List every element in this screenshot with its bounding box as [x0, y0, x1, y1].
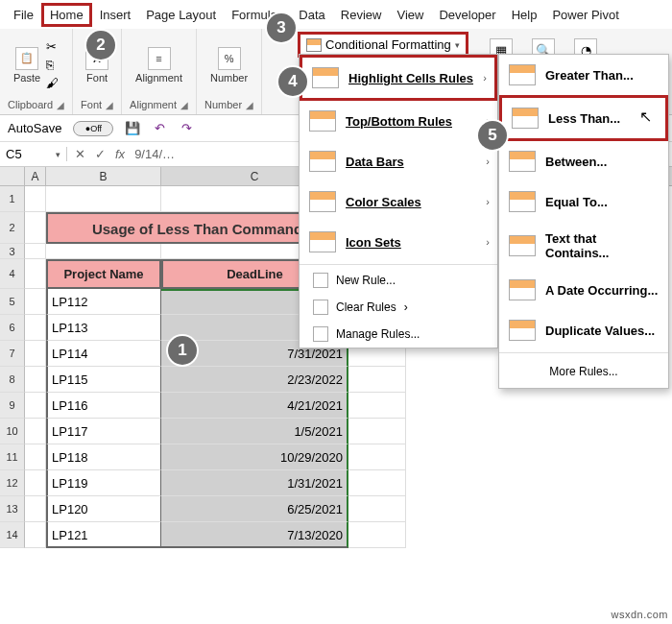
row-header[interactable]: 10 [0, 419, 25, 444]
tab-developer[interactable]: Developer [431, 4, 503, 26]
menu-date-occurring[interactable]: A Date Occurring... [499, 270, 668, 310]
cell-deadline[interactable]: 1/31/2021 [161, 470, 348, 496]
row-header[interactable]: 3 [0, 244, 25, 259]
redo-icon[interactable]: ↷ [179, 121, 194, 136]
save-icon[interactable]: 💾 [125, 121, 140, 136]
menu-equal-to[interactable]: Equal To... [499, 181, 668, 222]
cell-deadline[interactable]: 10/29/2020 [161, 444, 348, 470]
cancel-icon[interactable]: ✕ [75, 147, 85, 161]
tab-insert[interactable]: Insert [92, 4, 139, 26]
menu-color-scales[interactable]: Color Scales› [300, 181, 497, 222]
formula-input[interactable]: 9/14/… [134, 147, 175, 161]
cell-project-name[interactable]: LP117 [46, 419, 161, 444]
date-occurring-icon [509, 279, 536, 300]
header-project-name[interactable]: Project Name [46, 259, 161, 289]
cell-deadline[interactable]: 7/13/2020 [161, 522, 348, 548]
row-header[interactable]: 4 [0, 259, 25, 289]
group-number: %Number Number◢ [197, 29, 262, 114]
cell-deadline[interactable]: 4/21/2021 [161, 393, 348, 419]
cut-icon[interactable]: ✂ [46, 39, 59, 54]
less-than-icon [512, 108, 539, 129]
row-header[interactable]: 8 [0, 367, 25, 393]
alignment-icon: ≡ [148, 47, 171, 70]
tab-help[interactable]: Help [504, 4, 545, 26]
cell-project-name[interactable]: LP114 [46, 341, 161, 367]
row-header[interactable]: 12 [0, 470, 25, 496]
fx-icon[interactable]: fx [115, 147, 125, 161]
enter-icon[interactable]: ✓ [95, 147, 106, 161]
chevron-down-icon: ▾ [56, 150, 60, 159]
row-header[interactable]: 5 [0, 289, 25, 315]
menu-less-than[interactable]: Less Than... ↖ [499, 95, 668, 141]
menu-data-bars[interactable]: Data Bars› [300, 141, 497, 181]
new-rule-icon [313, 273, 328, 288]
menu-manage-rules[interactable]: Manage Rules... [300, 321, 497, 348]
tab-view[interactable]: View [389, 4, 431, 26]
cell-project-name[interactable]: LP112 [46, 289, 161, 315]
menu-duplicate-values[interactable]: Duplicate Values... [499, 310, 668, 350]
alignment-dialog-launcher[interactable]: ◢ [180, 100, 188, 110]
tab-file[interactable]: File [6, 4, 41, 26]
menu-top-bottom-rules[interactable]: Top/Bottom Rules› [300, 101, 497, 141]
menu-between[interactable]: Between... [499, 141, 668, 181]
cell-deadline[interactable]: 6/25/2021 [161, 496, 348, 522]
paste-button[interactable]: 📋 Paste [13, 47, 40, 84]
group-alignment: ≡Alignment Alignment◢ [122, 29, 197, 114]
format-painter-icon[interactable]: 🖌 [46, 76, 59, 90]
tab-data[interactable]: Data [291, 4, 332, 26]
menu-icon-sets[interactable]: Icon Sets› [300, 222, 497, 262]
between-icon [509, 151, 536, 172]
cell-project-name[interactable]: LP113 [46, 315, 161, 341]
alignment-button[interactable]: ≡Alignment [135, 47, 182, 84]
cell-project-name[interactable]: LP118 [46, 444, 161, 470]
callout-5: 5 [478, 121, 507, 150]
tab-page-layout[interactable]: Page Layout [138, 4, 224, 26]
cell-project-name[interactable]: LP121 [46, 522, 161, 548]
name-box[interactable]: C5▾ [0, 147, 67, 161]
menu-more-rules[interactable]: More Rules... [499, 355, 668, 388]
undo-icon[interactable]: ↶ [152, 121, 167, 136]
row-header[interactable]: 2 [0, 212, 25, 244]
row-header[interactable]: 6 [0, 315, 25, 341]
tab-review[interactable]: Review [333, 4, 390, 26]
cell-deadline[interactable]: 1/5/2021 [161, 419, 348, 444]
copy-icon[interactable]: ⎘ [46, 58, 59, 72]
cell-project-name[interactable]: LP116 [46, 393, 161, 419]
conditional-formatting-icon [306, 38, 322, 52]
autosave-toggle[interactable]: ● Off [73, 121, 113, 136]
menu-text-contains[interactable]: Text that Contains... [499, 222, 668, 270]
col-header-b[interactable]: B [46, 167, 161, 185]
row-header[interactable]: 11 [0, 444, 25, 470]
cursor-icon: ↖ [639, 108, 652, 126]
tab-home[interactable]: Home [41, 3, 92, 27]
clipboard-dialog-launcher[interactable]: ◢ [57, 100, 64, 110]
cell-deadline[interactable]: 2/23/2022 [161, 367, 348, 393]
greater-than-icon [509, 64, 536, 85]
cell-project-name[interactable]: LP120 [46, 496, 161, 522]
ribbon-tabs: File Home Insert Page Layout Formulas Da… [0, 0, 672, 29]
menu-clear-rules[interactable]: Clear Rules› [300, 294, 497, 321]
number-dialog-launcher[interactable]: ◢ [246, 100, 253, 110]
group-clipboard: 📋 Paste ✂ ⎘ 🖌 Clipboard◢ [0, 29, 73, 114]
highlight-cells-icon [312, 67, 339, 88]
row-header[interactable]: 9 [0, 393, 25, 419]
font-dialog-launcher[interactable]: ◢ [106, 100, 113, 110]
row-header[interactable]: 13 [0, 496, 25, 522]
callout-2: 2 [86, 31, 115, 60]
duplicate-values-icon [509, 320, 536, 341]
menu-highlight-cells-rules[interactable]: Highlight Cells Rules › [300, 55, 497, 101]
select-all[interactable] [0, 167, 25, 185]
row-header[interactable]: 14 [0, 522, 25, 548]
menu-greater-than[interactable]: Greater Than... [499, 55, 668, 95]
cell-project-name[interactable]: LP115 [46, 367, 161, 393]
data-bars-icon [309, 151, 336, 172]
tab-power-pivot[interactable]: Power Pivot [544, 4, 626, 26]
row-header[interactable]: 7 [0, 341, 25, 367]
number-button[interactable]: %Number [210, 47, 248, 84]
menu-new-rule[interactable]: New Rule... [300, 267, 497, 294]
row-header[interactable]: 1 [0, 186, 25, 212]
cell-project-name[interactable]: LP119 [46, 470, 161, 496]
chevron-right-icon: › [486, 196, 490, 207]
chevron-down-icon: ▾ [455, 40, 460, 50]
col-header-a[interactable]: A [25, 167, 46, 185]
